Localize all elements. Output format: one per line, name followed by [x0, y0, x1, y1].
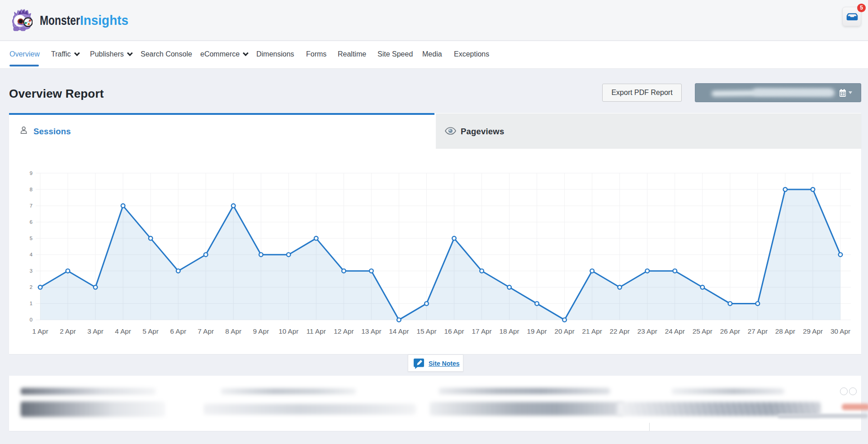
- svg-text:20 Apr: 20 Apr: [555, 327, 575, 335]
- svg-text:16 Apr: 16 Apr: [444, 327, 464, 335]
- svg-text:19 Apr: 19 Apr: [527, 327, 547, 335]
- svg-text:15 Apr: 15 Apr: [416, 327, 436, 335]
- svg-text:6: 6: [30, 219, 33, 225]
- svg-text:23 Apr: 23 Apr: [637, 327, 657, 335]
- svg-text:28 Apr: 28 Apr: [775, 327, 795, 335]
- svg-text:22 Apr: 22 Apr: [610, 327, 630, 335]
- svg-text:3 Apr: 3 Apr: [87, 327, 104, 335]
- svg-text:6 Apr: 6 Apr: [170, 327, 186, 335]
- svg-text:9 Apr: 9 Apr: [253, 327, 269, 335]
- svg-text:21 Apr: 21 Apr: [582, 327, 602, 335]
- svg-text:26 Apr: 26 Apr: [720, 327, 740, 335]
- svg-text:24 Apr: 24 Apr: [665, 327, 685, 335]
- svg-text:9: 9: [30, 170, 33, 176]
- svg-text:3: 3: [30, 268, 33, 274]
- svg-text:1: 1: [30, 301, 33, 306]
- svg-text:12 Apr: 12 Apr: [334, 327, 354, 335]
- svg-text:7: 7: [30, 203, 33, 208]
- svg-text:30 Apr: 30 Apr: [830, 327, 850, 335]
- svg-text:0: 0: [30, 317, 33, 322]
- svg-text:25 Apr: 25 Apr: [693, 327, 712, 335]
- svg-text:2: 2: [30, 284, 33, 290]
- svg-text:1 Apr: 1 Apr: [32, 327, 48, 335]
- svg-text:29 Apr: 29 Apr: [803, 327, 823, 335]
- svg-text:4: 4: [30, 252, 33, 257]
- svg-text:18 Apr: 18 Apr: [499, 327, 519, 335]
- svg-text:5: 5: [30, 236, 33, 241]
- svg-text:17 Apr: 17 Apr: [472, 327, 491, 335]
- svg-text:11 Apr: 11 Apr: [307, 327, 326, 335]
- svg-text:2 Apr: 2 Apr: [60, 327, 76, 335]
- svg-text:27 Apr: 27 Apr: [748, 327, 768, 335]
- svg-text:8: 8: [30, 187, 33, 192]
- svg-text:4 Apr: 4 Apr: [115, 327, 131, 335]
- svg-text:13 Apr: 13 Apr: [361, 327, 381, 335]
- svg-text:10 Apr: 10 Apr: [278, 327, 298, 335]
- svg-text:14 Apr: 14 Apr: [389, 327, 409, 335]
- svg-text:8 Apr: 8 Apr: [225, 327, 241, 335]
- svg-text:7 Apr: 7 Apr: [198, 327, 214, 335]
- svg-text:5 Apr: 5 Apr: [142, 327, 159, 335]
